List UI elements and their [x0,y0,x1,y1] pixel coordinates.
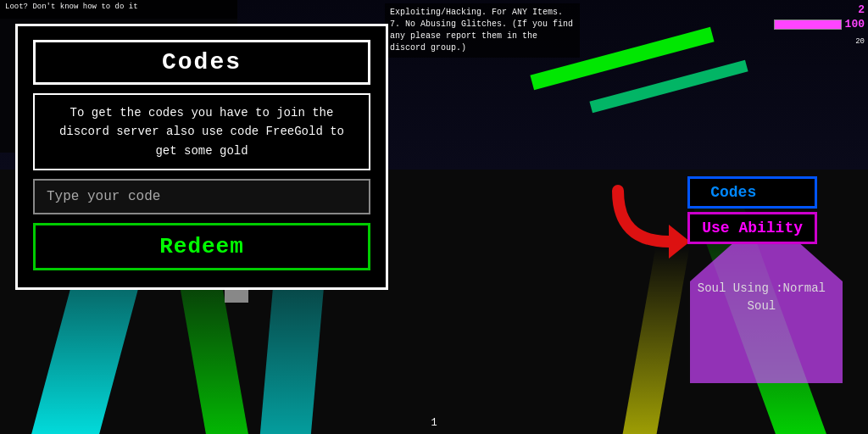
dialog-input-box[interactable]: Type your code [33,179,370,214]
rules-text: Exploiting/Hacking. For ANY Items. 7. No… [390,8,573,53]
soul-text-panel: Soul Using :Normal Soul [698,280,826,315]
beam-yellow-right [623,248,690,434]
hud-panel: 2 100 20 [774,3,865,47]
dialog-info-box: To get the codes you have to join the di… [33,93,370,170]
hud-count: 2 [858,3,865,16]
use-ability-button[interactable]: Use Ability [687,212,817,244]
hud-hp-bar-container [774,19,842,30]
right-buttons-panel: Codes Use Ability [687,176,817,244]
soul-line2: Soul [698,298,826,315]
top-left-hud: Loot? Don't know how to do it [0,0,237,19]
hud-hp-sub-row: 20 [855,32,865,47]
hud-hp-value: 100 [845,18,865,31]
hud-count-row: 2 [858,3,865,16]
rules-panel: Exploiting/Hacking. For ANY Items. 7. No… [385,3,580,58]
hud-hp-sub: 20 [855,37,865,46]
codes-dialog: Codes To get the codes you have to join … [15,24,388,290]
page-number-value: 1 [431,417,437,429]
hud-hp-bar-fill [775,20,841,29]
hud-hp-row: 100 [774,18,865,31]
dialog-input-placeholder: Type your code [47,189,160,204]
codes-button-label: Codes [710,184,756,201]
dialog-info-text: To get the codes you have to join the di… [47,103,357,160]
redeem-button[interactable]: Redeem [33,223,370,270]
top-left-hud-text: Loot? Don't know how to do it [5,3,138,11]
redeem-label: Redeem [159,234,244,259]
page-number: 1 [431,417,437,429]
codes-button[interactable]: Codes [687,176,817,209]
dialog-title: Codes [162,49,242,75]
use-ability-label: Use Ability [702,220,803,236]
soul-line1: Soul Using :Normal [698,280,826,298]
dialog-title-box: Codes [33,40,370,85]
